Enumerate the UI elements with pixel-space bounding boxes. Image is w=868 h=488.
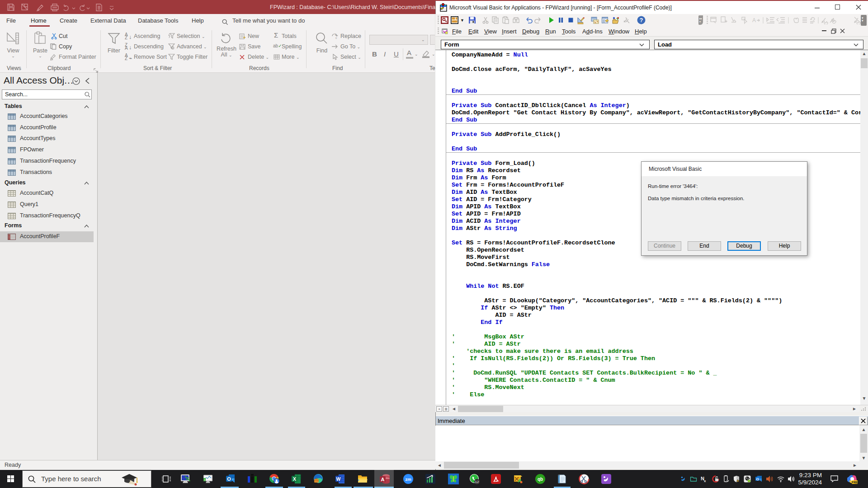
svg-text:PRE: PRE — [852, 481, 858, 484]
svg-text:O: O — [756, 477, 759, 481]
svg-text:qb: qb — [538, 477, 543, 482]
svg-text:zm: zm — [405, 477, 411, 482]
svg-text:?: ? — [640, 17, 643, 23]
svg-text:O: O — [227, 476, 231, 482]
svg-text:A: A — [752, 17, 756, 23]
svg-text:W: W — [336, 476, 341, 482]
svg-text:X: X — [293, 476, 297, 482]
svg-text:12: 12 — [475, 480, 479, 484]
svg-text:x: x — [704, 479, 706, 483]
svg-text:c: c — [335, 36, 337, 39]
svg-text:A: A — [381, 477, 385, 482]
svg-text:b: b — [335, 33, 337, 36]
